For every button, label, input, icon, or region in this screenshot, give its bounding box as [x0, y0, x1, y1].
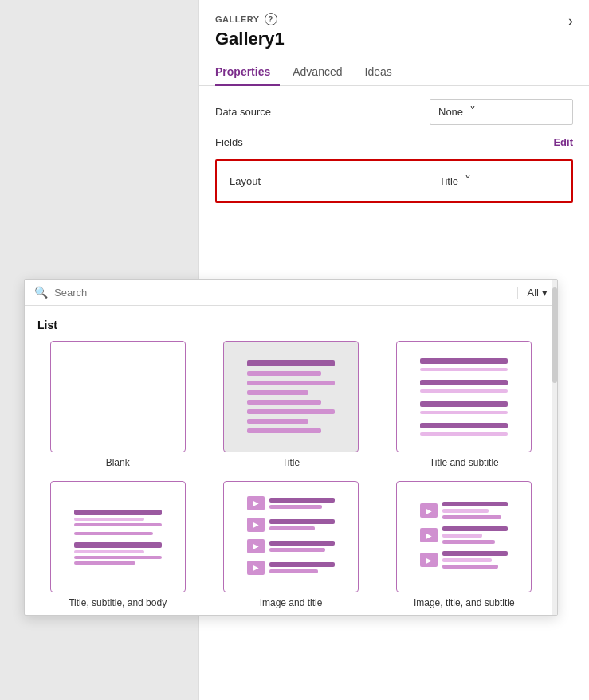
help-icon[interactable]: ?	[265, 13, 277, 25]
gallery-label: GALLERY ?	[215, 13, 573, 25]
tline-5	[247, 400, 322, 405]
list-heading: List	[37, 319, 544, 331]
img-ts-lines: ▶ ▶	[420, 502, 508, 572]
img-row-4: ▶	[247, 561, 335, 575]
tab-advanced[interactable]: Advanced	[293, 59, 351, 86]
image-icon-3: ▶	[253, 542, 259, 550]
img-row-2: ▶	[247, 518, 335, 532]
tsb-line-1	[74, 510, 162, 515]
tab-properties[interactable]: Properties	[215, 59, 280, 86]
scrollbar-thumb	[552, 287, 557, 383]
search-bar: 🔍 All ▾	[25, 280, 557, 306]
img-text-3	[269, 541, 335, 552]
filter-value: All	[528, 287, 539, 299]
itl-1	[269, 498, 335, 503]
scrollbar[interactable]	[552, 280, 557, 615]
data-source-value: None	[438, 106, 463, 118]
layout-arrow: ˅	[465, 174, 471, 189]
its-l-6	[442, 540, 495, 544]
fields-edit-link[interactable]: Edit	[553, 136, 573, 148]
tsline-8	[420, 432, 508, 436]
filter-dropdown[interactable]: All ▾	[517, 287, 548, 299]
image-title-subtitle-label: Image, title, and subtitle	[414, 597, 515, 608]
layout-row[interactable]: Layout Title ˅	[215, 159, 573, 203]
img-ts-box-3: ▶	[420, 553, 438, 567]
img-row-3: ▶	[247, 539, 335, 553]
tline-3	[247, 381, 335, 385]
panel-header: GALLERY ? › Gallery1	[199, 0, 589, 49]
fields-row: Fields Edit	[215, 136, 573, 148]
img-box-2: ▶	[247, 518, 265, 532]
layout-dropdown-panel: 🔍 All ▾ List Blank	[24, 279, 558, 616]
tsb-line-7	[74, 556, 162, 559]
tsb-line-4	[74, 532, 153, 535]
tsb-line-6	[74, 550, 144, 553]
layout-value: Title	[439, 175, 458, 187]
filter-chevron-icon: ▾	[542, 287, 548, 299]
tsb-line-2	[74, 518, 144, 521]
img-ts-row-1: ▶	[420, 502, 508, 519]
data-source-dropdown[interactable]: None ˅	[430, 99, 573, 125]
its-l-9	[442, 565, 498, 569]
blank-label: Blank	[106, 457, 130, 468]
its-l-1	[442, 502, 508, 506]
image-ts-icon-3: ▶	[426, 556, 432, 565]
its-l-8	[442, 558, 492, 562]
layout-grid: Blank	[37, 341, 544, 608]
img-ts-text-2	[442, 526, 508, 544]
image-icon-1: ▶	[253, 499, 259, 507]
its-l-5	[442, 534, 481, 538]
title-subtitle-label: Title and subtitle	[430, 457, 499, 468]
blank-thumb	[50, 341, 186, 452]
list-item-title[interactable]: Title	[210, 341, 371, 468]
tsb-line-3	[74, 523, 162, 526]
tsline-5	[420, 401, 508, 407]
ts-lines	[420, 358, 508, 436]
its-l-3	[442, 515, 501, 519]
image-title-label: Image and title	[260, 597, 323, 608]
its-l-7	[442, 551, 508, 556]
list-item-blank[interactable]: Blank	[37, 341, 198, 468]
tline-7	[247, 419, 308, 424]
tline-4	[247, 390, 308, 395]
its-l-2	[442, 509, 488, 513]
tsline-6	[420, 411, 508, 414]
img-text-4	[269, 562, 335, 573]
tline-2	[247, 371, 322, 376]
list-item-image-title-subtitle[interactable]: ▶ ▶	[384, 481, 544, 608]
tline-6	[247, 409, 335, 414]
list-item-title-subtitle[interactable]: Title and subtitle	[384, 341, 544, 468]
tline-1	[247, 360, 335, 366]
itl-6	[269, 548, 325, 552]
img-row-1: ▶	[247, 496, 335, 510]
title-thumb	[223, 341, 359, 452]
properties-content: Data source None ˅ Fields Edit Layout Ti…	[199, 86, 589, 227]
img-ts-box-1: ▶	[420, 503, 438, 518]
itl-8	[269, 569, 319, 573]
title-label: Title	[282, 457, 300, 468]
img-ts-text-1	[442, 502, 508, 519]
panel-title: Gallery1	[215, 29, 573, 49]
img-box-3: ▶	[247, 539, 265, 553]
expand-icon[interactable]: ›	[568, 13, 573, 29]
image-title-thumb: ▶ ▶	[223, 481, 359, 592]
img-title-lines: ▶ ▶	[247, 496, 335, 578]
list-item-title-subtitle-body[interactable]: Title, subtitle, and body	[37, 481, 198, 608]
img-box-4: ▶	[247, 561, 265, 575]
tabs-bar: Properties Advanced Ideas	[199, 59, 589, 86]
title-subtitle-body-thumb	[50, 481, 186, 592]
tsline-4	[420, 389, 508, 393]
data-source-row: Data source None ˅	[215, 99, 573, 125]
image-icon-4: ▶	[253, 563, 259, 572]
itl-4	[269, 526, 315, 530]
tab-ideas[interactable]: Ideas	[365, 59, 402, 86]
search-input-wrap: 🔍	[34, 286, 517, 299]
fields-label: Fields	[215, 136, 295, 148]
layout-dropdown[interactable]: Title ˅	[431, 169, 559, 194]
img-ts-row-3: ▶	[420, 551, 508, 569]
itl-7	[269, 562, 335, 567]
list-item-image-title[interactable]: ▶ ▶	[210, 481, 371, 608]
image-title-subtitle-thumb: ▶ ▶	[396, 481, 532, 592]
search-input[interactable]	[54, 287, 517, 299]
itl-2	[269, 505, 322, 509]
